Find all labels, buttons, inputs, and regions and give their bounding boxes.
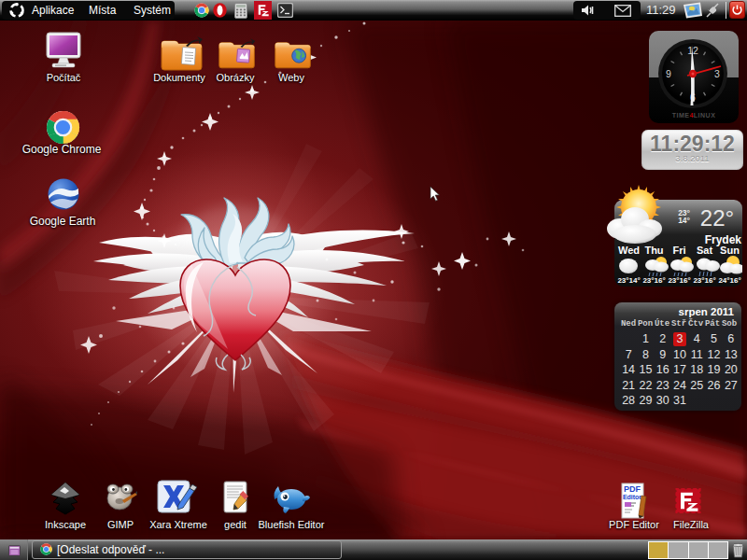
svg-text:PDF: PDF	[624, 484, 641, 494]
svg-text:3: 3	[714, 68, 720, 79]
svg-text:TIME4LINUX: TIME4LINUX	[672, 112, 716, 119]
svg-text:9: 9	[666, 68, 671, 79]
svg-text:12: 12	[687, 45, 698, 56]
svg-text:Editor: Editor	[623, 494, 641, 500]
